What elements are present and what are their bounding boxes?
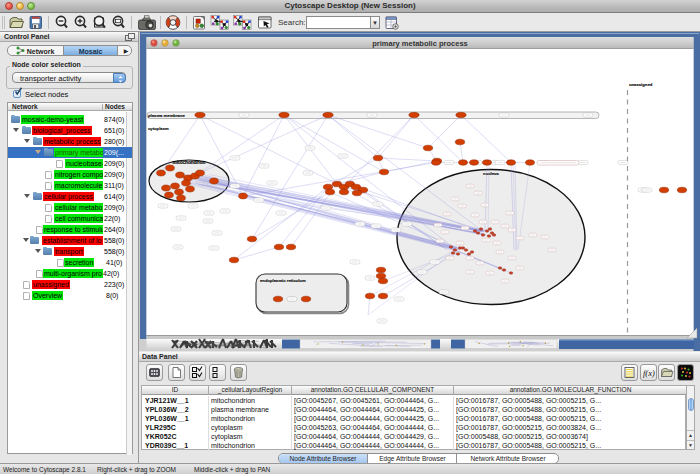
svg-text:mitochondrion: mitochondrion xyxy=(173,160,206,165)
svg-text:unassigned: unassigned xyxy=(629,82,653,87)
svg-text:endoplasmic reticulum: endoplasmic reticulum xyxy=(260,278,306,283)
svg-text:cytoplasm: cytoplasm xyxy=(148,126,169,131)
svg-text:primary metabolic process: primary metabolic process xyxy=(372,39,467,48)
svg-text:f(x): f(x) xyxy=(643,368,655,378)
svg-text:nucleus: nucleus xyxy=(483,171,499,176)
svg-text:plasma membrane: plasma membrane xyxy=(148,113,185,118)
